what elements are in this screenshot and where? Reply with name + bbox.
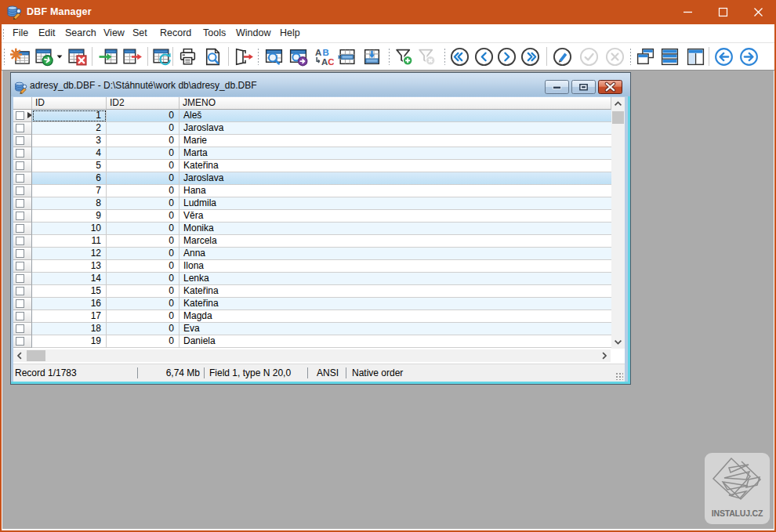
row-gutter[interactable] — [13, 223, 32, 235]
grid-row-7[interactable]: 70Hana — [13, 185, 611, 197]
cell-id2[interactable]: 0 — [107, 210, 179, 223]
cell-id[interactable]: 8 — [32, 197, 107, 210]
cell-jmeno[interactable]: Monika — [179, 223, 611, 235]
grid-row-14[interactable]: 140Lenka — [13, 273, 611, 285]
menu-record[interactable]: Record — [160, 24, 191, 42]
grid-row-1[interactable]: 10Aleš — [13, 110, 611, 122]
first-record-button[interactable] — [448, 45, 470, 67]
column-header-ID2[interactable]: ID2 — [107, 97, 179, 110]
edit-field-button[interactable] — [335, 45, 357, 67]
menu-file[interactable]: File — [13, 24, 28, 42]
grid-row-13[interactable]: 130Ilona — [13, 260, 611, 273]
grid-row-19[interactable]: 190Daniela — [13, 335, 611, 348]
row-gutter[interactable] — [13, 335, 32, 348]
cell-id2[interactable]: 0 — [107, 135, 179, 147]
row-gutter[interactable] — [13, 298, 32, 310]
cell-jmeno[interactable]: Aleš — [179, 110, 611, 122]
set-filter-button[interactable] — [393, 45, 415, 67]
row-checkbox[interactable] — [16, 324, 24, 333]
cell-id[interactable]: 7 — [32, 185, 107, 197]
row-checkbox[interactable] — [16, 224, 24, 233]
last-record-button[interactable] — [519, 45, 541, 67]
cell-id2[interactable]: 0 — [107, 235, 179, 248]
row-checkbox[interactable] — [16, 287, 24, 295]
toolbar-gripper[interactable] — [257, 48, 259, 65]
cell-id2[interactable]: 0 — [107, 185, 179, 197]
grid-row-15[interactable]: 150Kateřina — [13, 285, 611, 298]
find-next-button[interactable] — [287, 45, 309, 67]
cell-jmeno[interactable]: Jaroslava — [179, 122, 611, 135]
cancel-record-button[interactable] — [604, 45, 626, 67]
column-header-JMENO[interactable]: JMENO — [179, 97, 611, 110]
row-gutter[interactable] — [13, 248, 32, 260]
menu-set[interactable]: Set — [132, 24, 147, 42]
row-gutter[interactable] — [13, 323, 32, 335]
vertical-scrollbar[interactable] — [611, 97, 625, 349]
grid-row-5[interactable]: 50Kateřina — [13, 160, 611, 172]
cell-id[interactable]: 10 — [32, 223, 107, 235]
cell-jmeno[interactable]: Kateřina — [179, 160, 611, 172]
cell-jmeno[interactable]: Marie — [179, 135, 611, 147]
row-gutter[interactable] — [13, 235, 32, 248]
cell-id[interactable]: 1 — [32, 110, 107, 122]
post-record-button[interactable] — [578, 45, 600, 67]
import-button[interactable] — [97, 45, 119, 67]
grid-row-6[interactable]: 60Jaroslava — [13, 172, 611, 185]
row-gutter[interactable] — [13, 197, 32, 210]
next-record-button[interactable] — [495, 45, 517, 67]
vertical-scroll-thumb[interactable] — [612, 111, 624, 124]
child-title-bar[interactable]: adresy_db.DBF - D:\Stáhnuté\work db\adre… — [11, 73, 630, 96]
cell-id[interactable]: 11 — [32, 235, 107, 248]
replace-button[interactable] — [312, 45, 334, 67]
grid-row-3[interactable]: 30Marie — [13, 135, 611, 147]
row-gutter[interactable] — [13, 260, 32, 273]
cell-id2[interactable]: 0 — [107, 260, 179, 273]
menubar-gripper[interactable] — [2, 28, 5, 39]
toolbar-gripper[interactable] — [629, 48, 632, 65]
grid-row-8[interactable]: 80Ludmila — [13, 197, 611, 210]
cell-id[interactable]: 12 — [32, 248, 107, 260]
row-gutter[interactable] — [13, 172, 32, 185]
cell-id[interactable]: 16 — [32, 298, 107, 310]
tile-horizontal-button[interactable] — [658, 45, 680, 67]
cell-id[interactable]: 5 — [32, 160, 107, 172]
cell-jmeno[interactable]: Jaroslava — [179, 172, 611, 185]
append-record-button[interactable] — [361, 45, 383, 67]
navigate-forward-button[interactable] — [738, 45, 760, 67]
cell-jmeno[interactable]: Daniela — [179, 335, 611, 348]
cell-jmeno[interactable]: Anna — [179, 248, 611, 260]
cell-id2[interactable]: 0 — [107, 273, 179, 285]
row-gutter[interactable] — [13, 210, 32, 223]
prior-record-button[interactable] — [473, 45, 495, 67]
cell-id[interactable]: 18 — [32, 323, 107, 335]
menu-search[interactable]: Search — [65, 24, 96, 42]
horizontal-scrollbar[interactable] — [13, 349, 611, 362]
row-checkbox[interactable] — [16, 174, 24, 183]
resize-grip[interactable] — [615, 372, 623, 380]
cell-id2[interactable]: 0 — [107, 122, 179, 135]
cell-id2[interactable]: 0 — [107, 310, 179, 323]
row-checkbox[interactable] — [16, 124, 24, 132]
cell-jmeno[interactable]: Eva — [179, 323, 611, 335]
scroll-right-button[interactable] — [598, 349, 611, 362]
cell-id[interactable]: 17 — [32, 310, 107, 323]
menu-help[interactable]: Help — [280, 24, 300, 42]
grid-row-10[interactable]: 100Monika — [13, 223, 611, 235]
row-checkbox[interactable] — [16, 237, 24, 245]
cell-id[interactable]: 3 — [32, 135, 107, 147]
cell-id2[interactable]: 0 — [107, 298, 179, 310]
cell-jmeno[interactable]: Kateřina — [179, 285, 611, 298]
row-gutter[interactable] — [13, 135, 32, 147]
child-close-button[interactable] — [598, 80, 622, 94]
row-checkbox[interactable] — [16, 312, 24, 320]
horizontal-scroll-thumb[interactable] — [27, 350, 45, 361]
row-checkbox[interactable] — [16, 149, 24, 157]
row-checkbox[interactable] — [16, 136, 24, 145]
row-checkbox[interactable] — [16, 337, 24, 346]
cell-id2[interactable]: 0 — [107, 285, 179, 298]
row-gutter[interactable] — [13, 185, 32, 197]
print-button[interactable] — [176, 45, 198, 67]
cell-id[interactable]: 6 — [32, 172, 107, 185]
menu-view[interactable]: View — [103, 24, 125, 42]
menu-tools[interactable]: Tools — [203, 24, 226, 42]
